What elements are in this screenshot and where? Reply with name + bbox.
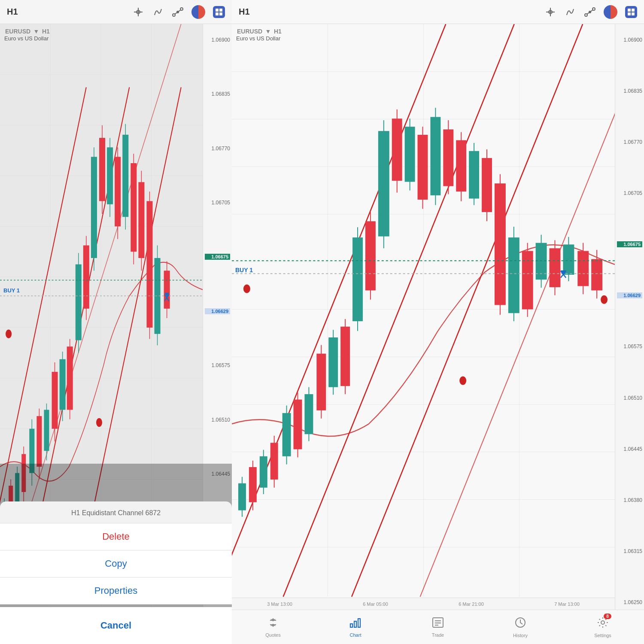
svg-point-108 [243,285,250,293]
right-function-icon[interactable] [564,6,576,18]
svg-point-168 [601,295,608,304]
right-object-icon[interactable] [584,6,596,18]
nav-item-history[interactable]: History [479,610,562,644]
svg-rect-87 [632,9,635,12]
color-scheme-icon[interactable] [191,5,205,19]
settings-badge: 8 [604,614,611,619]
context-menu: H1 Equidistant Channel 6872 Delete Copy … [0,501,232,605]
svg-rect-9 [216,12,219,15]
svg-point-109 [459,377,466,385]
price-tick: 1.06675 [205,254,230,260]
price-tick-r: 1.06835 [617,88,642,94]
crosshair-icon[interactable] [132,6,144,18]
context-menu-properties[interactable]: Properties [0,577,232,605]
cancel-button[interactable]: Cancel [7,613,225,638]
nav-label-history: History [513,633,528,638]
context-menu-delete[interactable]: Delete [0,523,232,550]
bottom-nav: Quotes Chart Tr [232,610,644,644]
nav-label-settings: Settings [594,633,611,638]
svg-rect-8 [219,9,222,12]
function-icon[interactable] [152,6,164,18]
left-timeframe[interactable]: H1 [7,7,18,17]
time-tick-r: 3 Mar 13:00 [267,601,292,607]
time-tick-r: 6 Mar 21:00 [459,601,484,607]
object-icon[interactable] [172,6,184,18]
right-sync-icon[interactable] [625,6,637,18]
svg-rect-88 [628,12,631,15]
left-buy-label: BUY 1 [3,287,20,294]
time-tick-r: 7 Mar 13:00 [554,601,580,607]
svg-rect-180 [354,621,356,627]
time-tick-r: 6 Mar 05:00 [363,601,388,607]
sync-icon[interactable] [213,6,225,18]
nav-label-chart: Chart [350,632,361,638]
right-crosshair-icon[interactable] [544,6,556,18]
right-instrument-info: EURUSD ▼ H1 Euro vs US Dollar [236,27,282,42]
price-tick: 1.06770 [205,146,230,152]
right-chart-area[interactable]: EURUSD ▼ H1 Euro vs US Dollar [232,24,644,610]
trade-icon [432,617,444,631]
history-icon [514,617,526,631]
nav-item-quotes[interactable]: Quotes [232,610,314,644]
price-tick-r: 1.06380 [617,497,642,503]
price-tick: 1.06705 [205,200,230,206]
price-tick-r: 1.06675 [617,241,642,247]
price-tick-r: 1.06629 [617,292,642,298]
svg-line-104 [232,24,446,597]
nav-item-settings[interactable]: 8 Settings [562,610,644,644]
svg-rect-179 [350,624,352,627]
left-instrument-info: EURUSD ▼ H1 Euro vs US Dollar [4,27,50,42]
nav-item-chart[interactable]: Chart [314,610,397,644]
svg-rect-7 [216,9,219,12]
nav-label-quotes: Quotes [265,632,280,638]
left-header-icons [132,5,225,19]
price-tick-r: 1.06575 [617,343,642,349]
right-instrument-desc: Euro vs US Dollar [236,35,282,42]
price-tick-r: 1.06900 [617,37,642,43]
svg-line-106 [352,24,583,597]
context-menu-copy[interactable]: Copy [0,550,232,577]
left-instrument-name: EURUSD ▼ H1 [4,27,50,35]
right-chart-panel: H1 [232,0,644,644]
price-tick-r: 1.06510 [617,395,642,401]
left-instrument-desc: Euro vs US Dollar [4,35,50,42]
price-tick: 1.06835 [205,91,230,97]
price-tick-r: 1.06770 [617,139,642,145]
svg-point-187 [601,621,605,624]
price-tick-r: 1.06315 [617,548,642,554]
cancel-button-row: Cancel [0,607,232,644]
context-menu-title: H1 Equidistant Channel 6872 [0,501,232,523]
price-tick-r: 1.06705 [617,190,642,196]
right-buy-label: BUY 1 [235,267,253,273]
svg-rect-181 [358,619,360,627]
right-price-axis: 1.06900 1.06835 1.06770 1.06705 1.06675 … [615,24,644,610]
left-chart-panel: H1 [0,0,232,644]
right-instrument-name: EURUSD ▼ H1 [236,27,282,35]
quotes-icon [267,617,279,631]
right-time-axis: 3 Mar 13:00 6 Mar 05:00 6 Mar 21:00 7 Ma… [232,598,615,610]
svg-point-6 [177,11,179,13]
svg-rect-86 [628,9,631,12]
right-timeframe[interactable]: H1 [239,7,250,17]
context-menu-overlay[interactable]: H1 Equidistant Channel 6872 Delete Copy … [0,464,232,644]
chart-icon [349,617,361,631]
right-chart-header: H1 [232,0,644,24]
svg-point-30 [96,418,102,427]
right-candlestick-chart: ✕ [232,24,615,597]
price-tick: 1.06510 [205,417,230,423]
nav-item-trade[interactable]: Trade [397,610,479,644]
nav-label-trade: Trade [432,632,444,638]
svg-rect-89 [632,12,635,15]
price-tick: 1.06575 [205,362,230,368]
price-tick: 1.06629 [205,308,230,314]
right-color-scheme-icon[interactable] [604,5,617,19]
price-tick-r: 1.06250 [617,599,642,605]
svg-point-29 [6,329,12,338]
right-header-icons [544,5,637,19]
svg-rect-10 [219,12,222,15]
left-chart-header: H1 [0,0,232,24]
svg-point-85 [589,11,591,13]
price-tick-r: 1.06445 [617,446,642,452]
svg-line-105 [283,24,514,597]
price-tick: 1.06900 [205,37,230,43]
